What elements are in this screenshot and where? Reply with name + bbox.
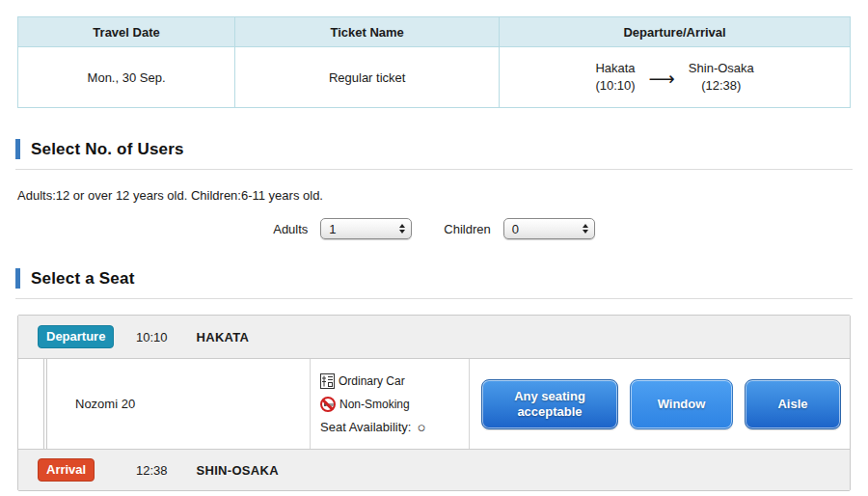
users-section-heading: Select No. of Users	[15, 139, 853, 170]
window-button[interactable]: Window	[630, 379, 733, 429]
smoking-label: Non-Smoking	[339, 398, 410, 411]
trip-table-header-row: Travel Date Ticket Name Departure/Arriva…	[18, 17, 850, 47]
ticket-name-value: Regular ticket	[234, 47, 499, 107]
arrival-station: SHIN-OSAKA	[197, 463, 279, 478]
children-group: Children 0	[444, 218, 594, 239]
col-header-departure-arrival: Departure/Arrival	[499, 17, 850, 46]
arrival-badge-slot: Arrival	[38, 458, 136, 482]
adults-select[interactable]: 1	[320, 218, 412, 239]
seat-selection-panel: Departure 10:10 HAKATA Nozomi 20	[17, 315, 851, 491]
arrival-time-value: (12:38)	[689, 77, 754, 95]
departure-badge: Departure	[38, 325, 114, 348]
up-down-stepper-icon	[399, 224, 405, 234]
departure-badge-slot: Departure	[38, 325, 136, 348]
reserved-seat-icon	[320, 373, 335, 389]
departure-row: Departure 10:10 HAKATA	[18, 316, 850, 359]
departure-station-name: Hakata	[595, 60, 635, 77]
col-header-ticket-name: Ticket Name	[234, 17, 499, 46]
arrival-row: Arrival 12:38 SHIN-OSAKA	[18, 449, 850, 490]
car-info-cell: Ordinary Car Non-Smoking Seat Availabili…	[310, 359, 470, 449]
page: Travel Date Ticket Name Departure/Arriva…	[0, 0, 868, 491]
col-header-travel-date: Travel Date	[18, 17, 234, 46]
departure-time: 10:10	[136, 330, 168, 344]
children-label: Children	[444, 222, 490, 236]
arrival-time: 12:38	[136, 463, 168, 478]
availability-label: Seat Availability:	[320, 420, 411, 434]
aisle-button[interactable]: Aisle	[745, 379, 841, 429]
departure-station: HAKATA	[197, 330, 250, 344]
departure-time-value: (10:10)	[595, 77, 635, 95]
arrival-station-name: Shin-Osaka	[689, 60, 754, 77]
car-class-label: Ordinary Car	[339, 374, 405, 388]
arrival-badge: Arrival	[38, 458, 95, 482]
arrival-block: Shin-Osaka (12:38)	[689, 60, 754, 94]
children-selected-value: 0	[512, 222, 519, 236]
seat-section-heading: Select a Seat	[15, 268, 853, 299]
non-smoking-icon	[320, 397, 336, 412]
route-summary: Hakata (10:10) ⟶ Shin-Osaka (12:38)	[595, 60, 753, 94]
adults-selected-value: 1	[329, 222, 336, 236]
car-class-line: Ordinary Car	[320, 373, 459, 389]
trip-summary-table: Travel Date Ticket Name Departure/Arriva…	[17, 16, 851, 108]
adults-label: Adults	[273, 222, 308, 236]
children-select[interactable]: 0	[503, 218, 595, 239]
route-track-line	[43, 359, 47, 449]
smoking-line: Non-Smoking	[320, 397, 459, 412]
age-note: Adults:12 or over 12 years old. Children…	[17, 188, 853, 203]
seat-section-title: Select a Seat	[31, 269, 135, 289]
travel-date-value: Mon., 30 Sep.	[18, 47, 234, 107]
adults-group: Adults 1	[273, 218, 412, 239]
up-down-stepper-icon	[583, 224, 588, 234]
user-count-controls: Adults 1 Children 0	[15, 217, 853, 240]
right-arrow-icon: ⟶	[649, 68, 675, 90]
train-detail-row: Nozomi 20 Ordi	[18, 359, 850, 449]
seat-availability-line: Seat Availability: ○	[320, 420, 459, 434]
section-bar	[15, 139, 20, 159]
availability-circle-icon: ○	[417, 420, 425, 434]
departure-arrival-value: Hakata (10:10) ⟶ Shin-Osaka (12:38)	[499, 47, 850, 107]
users-section-title: Select No. of Users	[31, 140, 184, 159]
train-name-cell: Nozomi 20	[18, 359, 310, 449]
any-seating-button[interactable]: Any seating acceptable	[481, 379, 618, 429]
section-bar	[15, 268, 20, 289]
train-name: Nozomi 20	[75, 397, 135, 411]
departure-block: Hakata (10:10)	[595, 60, 635, 94]
trip-table-data-row: Mon., 30 Sep. Regular ticket Hakata (10:…	[18, 47, 850, 107]
seat-preference-buttons: Any seating acceptable Window Aisle	[470, 359, 853, 449]
